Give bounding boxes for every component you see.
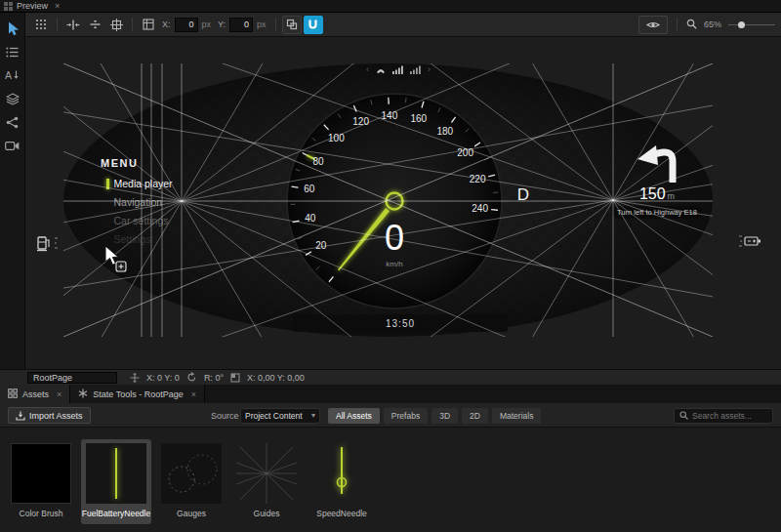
bottom-panel-tabs: Assets×State Tools - RootPage× — [0, 385, 781, 403]
source-select[interactable]: Project Content ▾ — [240, 408, 320, 424]
clock-value: 13:50 — [386, 318, 415, 329]
grid-view-button[interactable] — [31, 16, 51, 34]
mouse-cursor — [103, 245, 129, 272]
menu-item-label: Navigation — [114, 196, 163, 208]
select-tool[interactable] — [1, 20, 24, 39]
y-position-label: Y: — [218, 20, 226, 29]
tab-label: State Tools - RootPage — [93, 389, 183, 399]
import-icon — [16, 411, 25, 421]
layers-tool[interactable] — [1, 90, 24, 109]
gauge-scale-label: 180 — [436, 126, 453, 137]
cluster-menu-item: Navigation — [106, 196, 173, 208]
toolbar-separator — [677, 18, 678, 31]
nav-distance-unit: m — [668, 191, 676, 201]
camera-tool[interactable] — [1, 137, 24, 156]
cluster-artboard[interactable]: 0 km/h 20406080100120140160180200220240 … — [63, 63, 713, 337]
svg-text:A: A — [5, 69, 12, 81]
filter-prefabs[interactable]: Prefabs — [384, 408, 428, 424]
panel-icon — [4, 2, 13, 11]
assets-toolbar: Import Assets Source Project Content ▾ A… — [0, 403, 781, 428]
cluster-menu-item: Settings — [106, 233, 173, 245]
menu-item-label: Media player — [114, 178, 173, 189]
canvas-statusbar: RootPage X: 0 Y: 0 R: 0° X: 0,00 Y: 0,00 — [0, 369, 781, 385]
tab-label: Assets — [22, 389, 49, 399]
list-tool[interactable] — [1, 43, 24, 62]
asset-filter-group: All AssetsPrefabs3D2DMaterials — [328, 408, 541, 424]
filter-all-assets[interactable]: All Assets — [328, 408, 380, 424]
filter-materials[interactable]: Materials — [492, 408, 541, 424]
cluster-status-icons: ‹ › — [332, 65, 465, 74]
speed-value: 0 — [385, 218, 404, 258]
anchors-button[interactable] — [139, 16, 158, 34]
distribute-vertical-button[interactable] — [85, 16, 104, 34]
asset-label: FuelBatteryNeedle — [82, 509, 150, 518]
toolbar-separator — [132, 18, 133, 31]
asset-guides[interactable]: Guides — [231, 439, 302, 524]
filter-3d[interactable]: 3D — [432, 408, 458, 424]
gauge-scale-label: 20 — [315, 240, 327, 251]
search-input[interactable] — [692, 411, 767, 421]
y-position-input[interactable] — [229, 18, 253, 32]
gauges-thumbnail — [161, 443, 222, 504]
import-assets-label: Import Assets — [29, 411, 83, 421]
application-window: Preview × X: px Y: px — [0, 0, 781, 532]
asset-color-brush[interactable]: Color Brush — [6, 439, 76, 524]
current-page-field[interactable]: RootPage — [27, 372, 117, 384]
position-value: X: 0 Y: 0 — [146, 373, 180, 383]
snap-to-parent-button[interactable] — [282, 16, 302, 34]
menu-active-bar — [106, 234, 109, 245]
rotation-icon — [186, 372, 197, 383]
import-assets-button[interactable]: Import Assets — [8, 407, 91, 424]
magnet-icon — [307, 19, 319, 30]
panel-title: Preview — [17, 1, 48, 11]
gauge-face — [287, 94, 502, 308]
nav-instruction: Turn left to Highway E18 — [612, 206, 702, 219]
signal-bars-icon — [392, 65, 403, 74]
center-in-parent-button[interactable] — [106, 16, 126, 34]
design-canvas[interactable]: 0 km/h 20406080100120140160180200220240 … — [25, 37, 781, 369]
asset-search-box[interactable] — [674, 408, 773, 424]
toolbar-separator — [57, 18, 58, 31]
gauge-scale-label: 240 — [472, 203, 488, 214]
tab-close-icon[interactable]: × — [191, 389, 196, 399]
navigation-widget: 150m Turn left to Highway E18 — [598, 140, 716, 219]
asset-speedneedle[interactable]: SpeedNeedle — [307, 439, 377, 524]
x-position-input[interactable] — [175, 18, 198, 32]
filter-2d[interactable]: 2D — [462, 408, 488, 424]
distribute-horizontal-button[interactable] — [63, 16, 83, 34]
list-icon — [6, 47, 19, 60]
panel-tab-assets[interactable]: Assets× — [0, 385, 70, 403]
center-icon — [110, 19, 123, 31]
zoom-slider-thumb[interactable] — [738, 21, 745, 28]
visibility-button[interactable] — [638, 16, 668, 34]
connections-tool[interactable] — [1, 113, 24, 133]
distribute-vertical-icon — [90, 18, 101, 31]
tab-close-icon[interactable]: × — [57, 389, 62, 399]
layers-icon — [6, 93, 20, 107]
snap-magnet-button[interactable] — [304, 16, 323, 34]
speedometer-gauge: 0 km/h 20406080100120140160180200220240 — [277, 84, 512, 318]
gauge-scale-label: 160 — [410, 113, 427, 124]
asset-label: Guides — [254, 509, 280, 518]
toolbar-right-group: 65% — [638, 16, 775, 34]
gauge-scale-label: 40 — [305, 213, 316, 224]
asset-label: SpeedNeedle — [316, 509, 367, 518]
cluster-menu-item: Car settings — [106, 215, 173, 226]
asset-label: Color Brush — [20, 509, 63, 518]
chevron-left-icon: ‹ — [366, 65, 369, 74]
zoom-slider[interactable] — [728, 20, 775, 29]
nav-distance-value: 150 — [639, 185, 666, 202]
asset-gauges[interactable]: Gauges — [156, 439, 226, 524]
distribute-horizontal-icon — [66, 20, 80, 30]
panel-tab-state-tools-rootpage[interactable]: State Tools - RootPage× — [70, 385, 205, 403]
asset-fuelbatteryneedle[interactable]: FuelBatteryNeedle — [81, 439, 151, 524]
x-position-label: X: — [162, 20, 171, 29]
rotation-value: R: 0° — [204, 373, 224, 383]
text-tool[interactable]: A — [1, 66, 24, 86]
y-unit-label: px — [257, 20, 267, 29]
gauge-scale-label: 120 — [352, 116, 369, 127]
clock-bar: 13:50 — [293, 314, 508, 332]
guides-thumbnail — [236, 443, 297, 504]
panel-close-icon[interactable]: × — [55, 1, 60, 11]
source-label: Source — [211, 411, 239, 421]
